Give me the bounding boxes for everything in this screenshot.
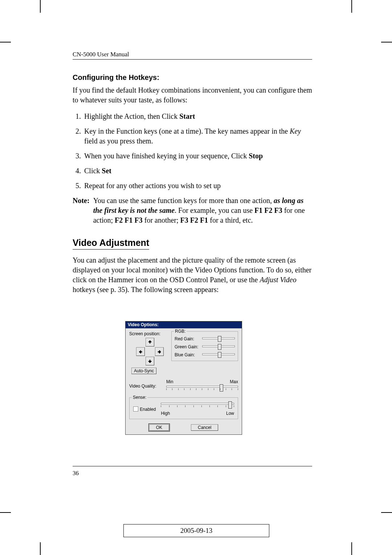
video-options-dialog: Video Options: Screen position: 🠝 🠜 🠞 🠟 … bbox=[125, 321, 242, 435]
page-number: 36 bbox=[73, 470, 79, 477]
step-text: Key in the Function keys (one at a time)… bbox=[84, 127, 290, 135]
note-label: Note: bbox=[73, 196, 93, 225]
red-gain-label: Red Gain: bbox=[175, 336, 199, 341]
cancel-button[interactable]: Cancel bbox=[191, 424, 218, 431]
note-text: for another; bbox=[143, 216, 180, 224]
step-keyword: Start bbox=[179, 112, 195, 120]
sense-low-label: Low bbox=[226, 411, 234, 416]
hotkeys-steps: Highlight the Action, then Click Start K… bbox=[73, 112, 312, 191]
note-keys: F1 F2 F3 bbox=[254, 206, 282, 214]
ok-button[interactable]: OK bbox=[149, 424, 169, 431]
arrow-right-button[interactable]: 🠞 bbox=[155, 347, 164, 356]
vq-max-label: Max bbox=[230, 379, 238, 384]
crop-mark bbox=[381, 42, 392, 42]
sense-high-label: High bbox=[161, 411, 170, 416]
note-keys: F2 F1 F3 bbox=[115, 216, 143, 224]
note-text: You can use the same function keys for m… bbox=[93, 197, 274, 204]
video-adjustment-heading: Video Adjustment bbox=[73, 238, 149, 250]
crop-mark bbox=[0, 42, 11, 42]
sense-legend: Sense: bbox=[132, 395, 147, 400]
auto-sync-button[interactable]: Auto-Sync bbox=[131, 368, 156, 374]
sense-enabled-checkbox[interactable] bbox=[133, 406, 138, 412]
screen-position-label: Screen position: bbox=[129, 331, 168, 336]
crop-mark bbox=[381, 512, 392, 513]
key-field-name: Key bbox=[290, 127, 301, 135]
running-header: CN-5000 User Manual bbox=[73, 51, 312, 58]
video-quality-slider[interactable] bbox=[166, 385, 238, 393]
step-3: When you have finished keying in your se… bbox=[83, 151, 312, 161]
sense-slider[interactable] bbox=[161, 402, 234, 410]
step-text: Highlight the Action, then Click bbox=[84, 112, 179, 120]
note-block: Note: You can use the same function keys… bbox=[73, 196, 312, 225]
red-gain-slider[interactable] bbox=[202, 336, 235, 342]
green-gain-slider[interactable] bbox=[202, 344, 235, 350]
blue-gain-slider[interactable] bbox=[202, 352, 235, 358]
sense-group: Sense: Enabled High Low bbox=[129, 397, 238, 419]
dialog-title: Video Options: bbox=[126, 321, 242, 328]
rgb-legend: RGB: bbox=[174, 329, 187, 334]
header-rule bbox=[73, 59, 312, 60]
crop-mark bbox=[40, 0, 41, 13]
note-keys: F3 F2 F1 bbox=[180, 216, 208, 224]
crop-mark bbox=[0, 512, 11, 513]
screen-position-pad: 🠝 🠜 🠞 🠟 bbox=[132, 338, 168, 365]
vq-min-label: Min bbox=[166, 379, 173, 384]
step-text: When you have finished keying in your se… bbox=[84, 152, 249, 160]
green-gain-label: Green Gain: bbox=[175, 344, 199, 349]
rgb-group: RGB: Red Gain: Green Gain: Blue Gain: bbox=[171, 331, 238, 361]
step-keyword: Stop bbox=[249, 152, 263, 160]
hotkeys-heading: Configuring the Hotkeys: bbox=[73, 73, 312, 82]
crop-mark bbox=[40, 542, 41, 555]
video-intro-em: Adjust Video bbox=[260, 276, 296, 284]
step-5: Repeat for any other actions you wish to… bbox=[83, 181, 312, 191]
arrow-down-button[interactable]: 🠟 bbox=[146, 357, 154, 365]
sense-enabled-label: Enabled bbox=[140, 407, 156, 412]
step-text: Click bbox=[84, 167, 102, 175]
step-1: Highlight the Action, then Click Start bbox=[83, 112, 312, 121]
note-text: for a third, etc. bbox=[208, 216, 253, 224]
step-text: field as you press them. bbox=[84, 137, 153, 145]
arrow-up-button[interactable]: 🠝 bbox=[146, 338, 154, 347]
arrow-left-button[interactable]: 🠜 bbox=[136, 347, 145, 356]
video-intro-text: hotkeys (see p. 35). The following scree… bbox=[73, 285, 219, 293]
hotkeys-intro: If you find the default Hotkey combinati… bbox=[73, 85, 312, 105]
note-body: You can use the same function keys for m… bbox=[93, 196, 312, 225]
blue-gain-label: Blue Gain: bbox=[175, 352, 199, 357]
footer-rule bbox=[73, 466, 312, 466]
crop-mark bbox=[351, 542, 352, 555]
step-4: Click Set bbox=[83, 166, 312, 176]
video-quality-label: Video Quality: bbox=[129, 384, 163, 389]
step-2: Key in the Function keys (one at a time)… bbox=[83, 126, 312, 146]
step-keyword: Set bbox=[102, 167, 111, 175]
date-box: 2005-09-13 bbox=[123, 524, 269, 537]
video-intro: You can adjust the placement and the pic… bbox=[73, 255, 312, 295]
note-text: . For example, you can use bbox=[175, 206, 254, 214]
crop-mark bbox=[351, 0, 352, 13]
sense-enabled-row: Enabled bbox=[133, 406, 156, 412]
